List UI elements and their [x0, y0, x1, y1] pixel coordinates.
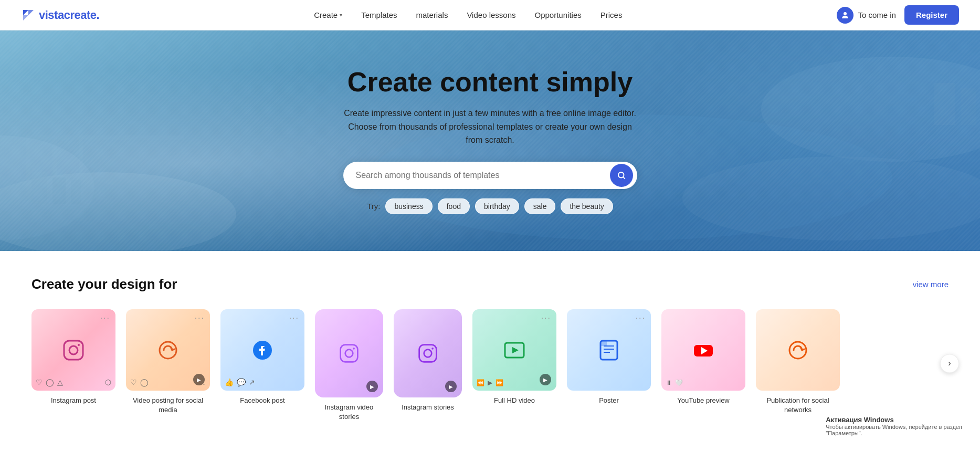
svg-point-18 — [618, 172, 624, 178]
card-poster[interactable]: ··· Poster — [567, 309, 651, 405]
design-section: Create your design for view more ··· ♡ ◯… — [0, 251, 980, 443]
hero-subtitle: Create impressive content in just a few … — [343, 107, 637, 147]
instagram-icon-2 — [417, 343, 438, 364]
nav-create[interactable]: Create ▾ — [314, 11, 342, 19]
card-download-icon[interactable]: ⬡ — [105, 378, 111, 386]
svg-rect-15 — [71, 180, 81, 204]
try-tag-sale[interactable]: sale — [524, 198, 556, 214]
publication-icon — [786, 339, 809, 362]
share-icon[interactable]: ↗ — [249, 378, 255, 386]
hero-content: Create content simply Create impressive … — [333, 67, 648, 214]
rewind-icon[interactable]: ⏪ — [477, 379, 484, 386]
nav-prices[interactable]: Prices — [600, 11, 623, 19]
cards-container: ··· ♡ ◯ △ ⬡ Instagram post ··· — [31, 309, 949, 422]
card-title-instagram-video-stories: Instagram video stories — [315, 403, 383, 422]
comment-icon[interactable]: ◯ — [46, 378, 54, 386]
poster-icon — [597, 339, 620, 362]
card-full-hd-video[interactable]: ··· ▶ ⏪ ▶ ⏩ Full HD video — [472, 309, 556, 405]
card-actions: ♡ ◯ — [130, 378, 149, 386]
nav-video-lessons[interactable]: Video lessons — [467, 11, 515, 19]
card-download-icon[interactable]: ↓ — [202, 378, 206, 386]
nav-templates[interactable]: Templates — [361, 11, 397, 19]
try-tag-the-beauty[interactable]: the beauty — [561, 198, 613, 214]
card-facebook-post[interactable]: ··· 👍 💬 ↗ Facebook post — [220, 309, 304, 405]
svg-marker-1 — [23, 15, 28, 20]
share-icon[interactable]: △ — [57, 378, 63, 386]
svg-marker-2 — [28, 10, 34, 15]
card-instagram-video-stories[interactable]: ▶ Instagram video stories — [315, 309, 383, 422]
svg-rect-28 — [419, 345, 437, 362]
comment-icon[interactable]: 💬 — [237, 378, 246, 386]
video-controls: ⏪ ▶ ⏩ — [477, 379, 503, 386]
card-preview-poster: ··· — [567, 309, 651, 391]
header: vistacreate. Create ▾ Templates material… — [0, 0, 980, 30]
chevron-down-icon: ▾ — [340, 12, 342, 18]
logo-text: vistacreate. — [39, 8, 99, 22]
fast-forward-icon[interactable]: ⏩ — [496, 379, 503, 386]
card-preview-full-hd-video: ··· ▶ ⏪ ▶ ⏩ — [472, 309, 556, 391]
play-button-icon[interactable]: ▶ — [366, 381, 378, 392]
login-label: To come in — [858, 11, 896, 19]
svg-rect-13 — [31, 172, 47, 204]
yt-controls: ⏸ 🤍 — [666, 379, 683, 386]
card-dots-icon[interactable]: ··· — [100, 313, 110, 323]
card-preview-youtube-preview: ⏸ 🤍 — [661, 309, 745, 391]
try-tag-business[interactable]: business — [385, 198, 432, 214]
carousel-next-button[interactable]: › — [940, 354, 959, 373]
svg-rect-14 — [52, 177, 66, 204]
instagram-icon — [62, 339, 85, 362]
hero-title: Create content simply — [343, 67, 637, 97]
view-more-link[interactable]: view more — [913, 280, 949, 289]
comment-icon[interactable]: ◯ — [140, 378, 149, 386]
card-title-poster: Poster — [567, 396, 651, 405]
card-dots-icon[interactable]: ··· — [195, 313, 205, 323]
svg-rect-25 — [341, 345, 358, 362]
card-preview-facebook-post: ··· 👍 💬 ↗ — [220, 309, 304, 391]
nav-materials[interactable]: materials — [416, 11, 448, 19]
svg-point-29 — [424, 350, 432, 358]
search-button[interactable] — [610, 164, 633, 187]
instagram-stories-icon — [339, 343, 360, 364]
play-button-icon[interactable]: ▶ — [540, 374, 551, 385]
card-preview-video-social: ··· ▶ ♡ ◯ ↓ — [126, 309, 210, 391]
nav-opportunities[interactable]: Opportunities — [535, 11, 582, 19]
like-icon[interactable]: ♡ — [130, 378, 137, 386]
like-icon[interactable]: 👍 — [225, 378, 234, 386]
card-dots-icon[interactable]: ··· — [289, 313, 299, 323]
svg-rect-20 — [64, 341, 83, 360]
refresh-icon — [156, 339, 180, 362]
card-video-social[interactable]: ··· ▶ ♡ ◯ ↓ Video posting for social med… — [126, 309, 210, 415]
register-button[interactable]: Register — [904, 5, 959, 25]
logo[interactable]: vistacreate. — [21, 8, 99, 23]
yt-heart-icon[interactable]: 🤍 — [675, 379, 683, 386]
card-preview-instagram-video-stories: ▶ — [315, 309, 383, 397]
card-title-full-hd-video: Full HD video — [472, 396, 556, 405]
card-title-video-social: Video posting for social media — [126, 396, 210, 415]
nav-create-label: Create — [314, 11, 338, 19]
try-tags-container: Try: business food birthday sale the bea… — [343, 198, 637, 214]
facebook-icon — [251, 339, 274, 362]
svg-line-19 — [623, 177, 625, 179]
card-dots-icon[interactable]: ··· — [636, 313, 646, 323]
card-dots-icon[interactable]: ··· — [541, 313, 551, 323]
card-youtube-preview[interactable]: ⏸ 🤍 YouTube preview — [661, 309, 745, 405]
login-button[interactable]: To come in — [837, 7, 896, 24]
search-input[interactable] — [356, 171, 610, 180]
like-icon[interactable]: ♡ — [36, 378, 43, 386]
svg-rect-5 — [26, 135, 184, 140]
card-actions: 👍 💬 ↗ — [225, 378, 255, 386]
card-publication-social[interactable]: Publication for social networks — [756, 309, 840, 415]
play-button-icon[interactable]: ▶ — [445, 381, 457, 392]
card-title-youtube-preview: YouTube preview — [661, 396, 745, 405]
try-tag-food[interactable]: food — [438, 198, 470, 214]
svg-marker-32 — [512, 347, 519, 353]
header-right: To come in Register — [837, 5, 959, 25]
card-preview-publication-social — [756, 309, 840, 391]
main-nav: Create ▾ Templates materials Video lesso… — [314, 11, 622, 19]
try-tag-birthday[interactable]: birthday — [475, 198, 519, 214]
play-icon[interactable]: ▶ — [488, 379, 492, 386]
svg-rect-16 — [934, 83, 955, 125]
card-instagram-post[interactable]: ··· ♡ ◯ △ ⬡ Instagram post — [31, 309, 115, 405]
yt-pause-icon[interactable]: ⏸ — [666, 379, 672, 386]
card-instagram-stories[interactable]: ▶ Instagram stories — [394, 309, 462, 412]
